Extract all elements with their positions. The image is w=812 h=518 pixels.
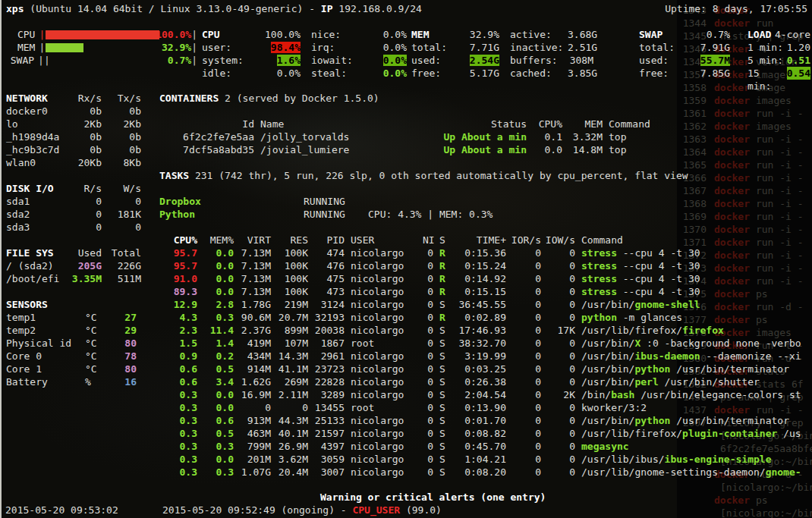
sensor-value: 80 bbox=[103, 337, 137, 350]
process-row: 0.60.5914M41.1M23723nicolargo0S0:03.2500… bbox=[159, 363, 812, 375]
inactive-label: inactive: bbox=[510, 41, 568, 54]
proc-user: nicolargo bbox=[345, 298, 423, 311]
process-table: 95.70.07.13M100K474nicolargo0R0:15.3600s… bbox=[159, 246, 812, 479]
proc-ior: 0 bbox=[506, 259, 541, 272]
sensor-row: Core 0°C78 bbox=[6, 350, 155, 363]
proc-res: 20.4M bbox=[271, 466, 308, 479]
interface-name: _h1989d4a bbox=[6, 130, 62, 143]
proc-time: 0:08.82 bbox=[452, 427, 506, 440]
proc-iow: 0 bbox=[541, 285, 575, 298]
tx-rate: 2Kb bbox=[102, 118, 141, 130]
proc-mem: 0.6 bbox=[197, 414, 234, 427]
mem-header: MEM bbox=[411, 28, 455, 41]
proc-user: nicolargo bbox=[345, 388, 423, 401]
container-cpu: 0.1 bbox=[527, 130, 562, 143]
alert-entry: 2015-05-20 09:52:49 (ongoing) - CPU_USER… bbox=[162, 504, 442, 516]
proc-mem: 0.3 bbox=[197, 466, 234, 479]
process-row: 0.90.2434M14.3M2961nicolargo0S3:19.9900/… bbox=[159, 350, 812, 363]
mem-stats-row: free:5.17Gcached:3.85G bbox=[411, 67, 593, 80]
proc-ior: 0 bbox=[506, 388, 541, 401]
cpu-total: 100.0% bbox=[255, 28, 301, 41]
proc-pid: 25133 bbox=[308, 414, 345, 427]
alert-name: CPU_USER bbox=[352, 504, 400, 516]
proc-command-path: /usr/bin/ bbox=[581, 299, 634, 310]
proc-user: nicolargo bbox=[345, 246, 423, 259]
filesys-row: /boot/efi3.35M511M bbox=[6, 272, 155, 285]
proc-ior: 0 bbox=[506, 246, 541, 259]
process-row: 89.30.07.13M100K473nicolargo0R0:15.1500s… bbox=[159, 285, 812, 298]
containers-table: 6f2c2fe7e5aa/jolly_torvaldsUp About a mi… bbox=[159, 130, 812, 156]
proc-user: nicolargo bbox=[345, 363, 423, 375]
proc-command-args: --cpu 4 -t 30 bbox=[617, 247, 700, 259]
read-rate: 0 bbox=[62, 195, 102, 208]
glances-terminal-screen[interactable]: 1343docker 1344dockerrun 1345history | g… bbox=[0, 0, 812, 518]
proc-ior: 0 bbox=[506, 375, 541, 388]
proc-res: 100K bbox=[271, 272, 308, 285]
proc-virt: 914M bbox=[234, 363, 271, 375]
tx-rate: 0b bbox=[102, 130, 141, 143]
amode-info: CPU: 4.3% | MEM: 0.3% bbox=[368, 208, 493, 221]
proc-mem: 0.0 bbox=[197, 453, 234, 466]
steal-label: steal: bbox=[311, 67, 369, 80]
proc-cpu: 0.3 bbox=[159, 401, 197, 414]
cpu-stats-row: user:98.4%irq:0.0% bbox=[202, 41, 407, 54]
proc-state: S bbox=[433, 401, 452, 414]
cpu-bar-track bbox=[46, 30, 155, 40]
process-row: 95.70.07.13M100K474nicolargo0R0:15.3600s… bbox=[159, 246, 812, 259]
proc-command: /usr/bin/perl /usr/bin/shutter bbox=[575, 375, 760, 388]
mem-stats-row: total:7.71Ginactive:2.51G bbox=[411, 41, 593, 54]
proc-command-args: /usr/bin/elegance-colors st bbox=[634, 389, 801, 400]
proc-state: S bbox=[433, 375, 452, 388]
load-stats-row: 1 min:1.20 bbox=[747, 41, 810, 54]
proc-cpu: 1.5 bbox=[159, 337, 197, 350]
container-row: 7dcf5a8abd35/jovial_lumiereUp About a mi… bbox=[159, 143, 812, 156]
process-row: 2.311.42.37G899M20038nicolargo0S17:46.93… bbox=[159, 324, 812, 337]
swap-total-value: 7.91G bbox=[681, 41, 730, 54]
proc-iow: 0 bbox=[541, 350, 575, 363]
proc-mem: 11.4 bbox=[197, 324, 234, 337]
proc-state: S bbox=[433, 466, 452, 479]
cpu-bar-value: 100.0% bbox=[155, 28, 191, 41]
swap-percent: 0.7% bbox=[681, 28, 730, 41]
mem-used-value: 2.54G bbox=[470, 55, 499, 66]
proc-command-path: /usr/bin/ bbox=[581, 350, 634, 362]
containers-title: CONTAINERS 2 (served by Docker 1.5.0) bbox=[159, 92, 812, 105]
proc-mem: 0.0 bbox=[197, 388, 234, 401]
proc-command-name: gnome-shell bbox=[634, 299, 700, 310]
proc-nice: 0 bbox=[423, 375, 433, 388]
mount-point: / (sda2) bbox=[6, 259, 62, 272]
proc-user: nicolargo bbox=[345, 375, 423, 388]
cached-value: 3.85G bbox=[568, 67, 593, 80]
interface-name: wlan0 bbox=[6, 156, 62, 169]
proc-nice: 0 bbox=[423, 337, 433, 350]
proc-cpu: 0.3 bbox=[159, 414, 197, 427]
proc-command: /usr/lib/firefox/firefox bbox=[575, 324, 724, 337]
proc-command-name: stress bbox=[581, 286, 617, 297]
proc-command-name: stress bbox=[581, 247, 617, 259]
proc-cpu: 0.3 bbox=[159, 466, 197, 479]
proc-command-path: /usr/lib/gnome-settings-daemon/ bbox=[581, 466, 766, 478]
load5-value: 0.51 bbox=[787, 54, 810, 67]
mem-total-value: 7.71G bbox=[455, 41, 499, 54]
sensor-name: Physical id bbox=[6, 337, 85, 350]
network-row: wlan020Kb8Kb bbox=[6, 156, 155, 169]
tasks-summary: TASKS 231 (742 thr), 5 run, 226 slp, 0 o… bbox=[159, 169, 812, 182]
proc-res: 44.3M bbox=[271, 414, 308, 427]
proc-virt: 434M bbox=[234, 350, 271, 363]
tx-rate: 8Kb bbox=[102, 156, 141, 169]
proc-command: /usr/lib/gnome-settings-daemon/gnome- bbox=[575, 466, 801, 479]
sensor-value: 16 bbox=[103, 375, 137, 388]
background-history-line: dockerps bbox=[679, 494, 812, 507]
proc-state: S bbox=[433, 427, 452, 440]
proc-time: 36:45.55 bbox=[452, 298, 506, 311]
proc-nice: 0 bbox=[423, 272, 433, 285]
sensor-row: Battery%16 bbox=[6, 375, 155, 388]
proc-state: R bbox=[433, 272, 452, 285]
proc-command-path: /usr/bin/ bbox=[581, 363, 634, 375]
proc-command-args: -m glances bbox=[617, 312, 682, 323]
proc-time: 1:04.21 bbox=[452, 453, 506, 466]
proc-res: 107M bbox=[271, 337, 308, 350]
proc-cpu: 95.7 bbox=[159, 246, 197, 259]
proc-state: R bbox=[433, 259, 452, 272]
swap-stats-row: free:7.85G bbox=[639, 67, 730, 80]
